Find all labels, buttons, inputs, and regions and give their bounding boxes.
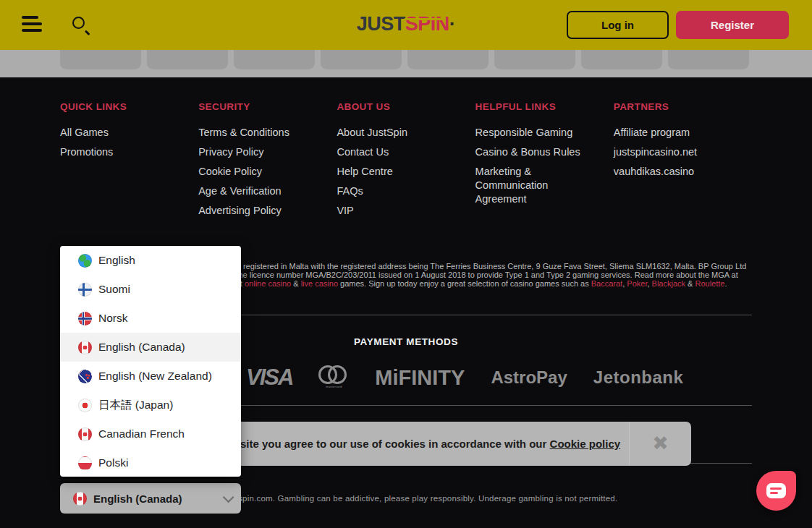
page: all methods JUSTSPIN· Log in Register QU… bbox=[0, 0, 812, 528]
legal-segment: games. Sign up today enjoy a great selec… bbox=[338, 279, 591, 288]
language-selector[interactable]: English (Canada) bbox=[60, 483, 241, 514]
language-option-suomi[interactable]: Suomi bbox=[60, 275, 241, 304]
language-option-label: 日本語 (Japan) bbox=[98, 398, 173, 413]
column-title: SECURITY bbox=[198, 101, 337, 112]
logo-dot: · bbox=[449, 13, 456, 35]
poker-link[interactable]: Poker bbox=[627, 279, 647, 288]
column-title: HELPFUL LINKS bbox=[475, 101, 614, 112]
language-option-label: English bbox=[98, 254, 135, 267]
canada-flag-icon bbox=[78, 427, 92, 441]
language-option-english[interactable]: English bbox=[60, 246, 241, 275]
language-option-label: Canadian French bbox=[98, 427, 185, 440]
chevron-down-icon bbox=[223, 491, 234, 503]
footer-link[interactable]: VIP bbox=[337, 204, 445, 218]
footer-link[interactable]: Marketing & Communication Agreement bbox=[475, 165, 584, 206]
legal-segment: . bbox=[724, 279, 727, 288]
footer-link-columns: QUICK LINKS All Games Promotions SECURIT… bbox=[60, 101, 752, 223]
footer-link[interactable]: Advertising Policy bbox=[198, 204, 307, 218]
canada-flag-icon bbox=[73, 492, 87, 506]
language-option-label: Polski bbox=[98, 456, 128, 469]
language-option-norsk[interactable]: Norsk bbox=[60, 304, 241, 333]
register-button[interactable]: Register bbox=[676, 11, 789, 39]
online-casino-link[interactable]: online casino bbox=[245, 279, 291, 288]
column-title: ABOUT US bbox=[337, 101, 475, 112]
footer-column-partners: PARTNERS Affiliate program justspincasin… bbox=[614, 101, 752, 223]
footer-link[interactable]: Contact Us bbox=[337, 145, 445, 159]
language-option-japanese[interactable]: 日本語 (Japan) bbox=[60, 391, 241, 420]
column-title: QUICK LINKS bbox=[60, 101, 198, 112]
live-chat-button[interactable] bbox=[756, 471, 796, 511]
footer-link[interactable]: Cookie Policy bbox=[198, 165, 307, 179]
footer-link[interactable]: Terms & Conditions bbox=[198, 126, 307, 140]
language-option-label: Norsk bbox=[98, 312, 127, 325]
globe-icon bbox=[78, 254, 92, 268]
blackjack-link[interactable]: Blackjack bbox=[652, 279, 685, 288]
footer-link[interactable]: vauhdikas.casino bbox=[614, 165, 722, 179]
new-zealand-flag-icon bbox=[78, 370, 92, 383]
footer-link[interactable]: All Games bbox=[60, 126, 169, 140]
cookie-close-button[interactable]: ✖ bbox=[629, 422, 691, 466]
jetonbank-logo: Jetonbank bbox=[593, 367, 684, 388]
astropay-logo: AstroPay bbox=[491, 367, 567, 388]
chat-bubble-icon bbox=[766, 483, 786, 498]
canada-flag-icon bbox=[78, 341, 92, 354]
visa-logo: VISA bbox=[246, 365, 292, 391]
footer-link[interactable]: Responsible Gaming bbox=[475, 126, 584, 140]
footer-column-quick-links: QUICK LINKS All Games Promotions bbox=[60, 101, 198, 223]
mastercard-logo: mastercard bbox=[318, 365, 349, 390]
live-casino-link[interactable]: live casino bbox=[301, 279, 338, 288]
login-button[interactable]: Log in bbox=[567, 11, 669, 39]
legal-segment: & bbox=[291, 279, 300, 288]
language-option-label: English (Canada) bbox=[98, 341, 185, 354]
mifinity-logo: MiFINITY bbox=[375, 366, 465, 390]
column-title: PARTNERS bbox=[614, 101, 752, 112]
japan-flag-icon bbox=[78, 399, 92, 412]
finland-flag-icon bbox=[78, 283, 92, 297]
language-option-canadian-french[interactable]: Canadian French bbox=[60, 420, 241, 448]
logo-just-text: JUST bbox=[357, 13, 405, 35]
top-header: JUSTSPIN· Log in Register bbox=[0, 0, 812, 50]
footer-link[interactable]: Help Centre bbox=[337, 165, 445, 179]
footer-link[interactable]: Affiliate program bbox=[614, 126, 722, 140]
language-option-label: English (New Zealand) bbox=[98, 370, 212, 383]
language-option-polski[interactable]: Polski bbox=[60, 448, 241, 477]
footer-link[interactable]: Promotions bbox=[60, 145, 169, 159]
footer-column-helpful-links: HELPFUL LINKS Responsible Gaming Casino … bbox=[475, 101, 614, 223]
dimmed-content-strip: all methods bbox=[0, 50, 812, 77]
poland-flag-icon bbox=[78, 456, 92, 470]
language-option-english-canada[interactable]: English (Canada) bbox=[60, 333, 241, 362]
legal-segment: & bbox=[685, 279, 695, 288]
language-dropdown-panel: English Suomi Norsk English (Canada) Eng… bbox=[60, 246, 241, 477]
selected-language-label: English (Canada) bbox=[93, 493, 223, 505]
payment-methods-row: VISA mastercard MiFINITY AstroPay Jetonb… bbox=[246, 356, 683, 399]
logo-spin-text: SPIN bbox=[405, 13, 449, 35]
language-option-english-new-zealand[interactable]: English (New Zealand) bbox=[60, 362, 241, 391]
roulette-link[interactable]: Roulette bbox=[695, 279, 725, 288]
footer-link[interactable]: Privacy Policy bbox=[198, 145, 307, 159]
language-option-label: Suomi bbox=[98, 283, 130, 296]
footer-link[interactable]: FAQs bbox=[337, 184, 445, 198]
norway-flag-icon bbox=[78, 312, 92, 325]
footer-link[interactable]: About JustSpin bbox=[337, 126, 445, 140]
footer-column-security: SECURITY Terms & Conditions Privacy Poli… bbox=[198, 101, 337, 223]
close-icon: ✖ bbox=[652, 434, 669, 454]
footer-link[interactable]: Age & Verification bbox=[198, 184, 307, 198]
cookie-policy-link[interactable]: Cookie policy bbox=[550, 438, 621, 450]
footer-link[interactable]: Casino & Bonus Rules bbox=[475, 145, 584, 159]
footer-link[interactable]: justspincasino.net bbox=[614, 145, 722, 159]
footer-column-about-us: ABOUT US About JustSpin Contact Us Help … bbox=[337, 101, 475, 223]
baccarat-link[interactable]: Baccarat bbox=[591, 279, 622, 288]
